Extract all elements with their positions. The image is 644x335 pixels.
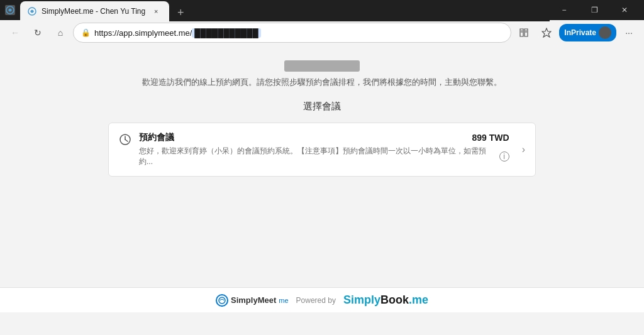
- profile-name-bar: [284, 60, 360, 72]
- reader-mode-button[interactable]: [514, 23, 534, 43]
- reader-icon: [519, 28, 529, 38]
- page-content: 歡迎造訪我們的線上預約網頁。請您按照步驟預約會議排程，我們將根據您的時間，主動與…: [0, 45, 644, 287]
- meeting-title: 預約會議: [139, 132, 174, 143]
- svg-point-9: [219, 297, 225, 304]
- meeting-price: 899 TWD: [472, 133, 509, 143]
- footer: SimplyMeetme Powered by SimplyBook.me: [0, 287, 644, 312]
- info-icon[interactable]: i: [499, 151, 509, 162]
- tab-bar: SimplyMeet.me - Chen Yu Ting × +: [20, 0, 550, 21]
- simplymeet-icon: [218, 296, 226, 305]
- tab-close-button[interactable]: ×: [150, 6, 162, 17]
- nav-bar: ← ↻ ⌂ 🔒 https://app.simplymeet.me/██████…: [0, 20, 644, 45]
- main-area: 歡迎造訪我們的線上預約網頁。請您按照步驟預約會議排程，我們將根據您的時間，主動與…: [0, 45, 644, 287]
- back-icon: ←: [11, 28, 19, 38]
- home-icon: ⌂: [58, 28, 63, 38]
- home-button[interactable]: ⌂: [50, 23, 70, 43]
- profile-subtitle: 歡迎造訪我們的線上預約網頁。請您按照步驟預約會議排程，我們將根據您的時間，主動與…: [142, 77, 502, 88]
- address-text: https://app.simplymeet.me/███████████: [94, 28, 503, 38]
- favorites-button[interactable]: [536, 23, 557, 43]
- browser-icon: [5, 5, 15, 15]
- active-tab[interactable]: SimplyMeet.me - Chen Yu Ting ×: [20, 1, 169, 21]
- minimize-button[interactable]: −: [550, 0, 579, 20]
- simplymeet-label: SimplyMeet: [231, 295, 276, 305]
- new-tab-button[interactable]: +: [172, 4, 189, 21]
- window-controls: − ❐ ✕: [550, 0, 639, 20]
- star-icon: [541, 28, 552, 38]
- more-button[interactable]: ···: [619, 23, 639, 43]
- meeting-info: 預約會議 899 TWD 您好，歡迎來到育婷（小呆）的會議預約系統。【注意事項】…: [139, 132, 509, 167]
- logo-circle: [216, 294, 228, 307]
- profile-section: 歡迎造訪我們的線上預約網頁。請您按照步驟預約會議排程，我們將根據您的時間，主動與…: [142, 60, 502, 88]
- maximize-button[interactable]: ❐: [580, 0, 609, 20]
- simplymeet-me-label: me: [279, 297, 288, 304]
- address-highlight: ███████████: [192, 28, 260, 38]
- powered-by-text: Powered by: [296, 296, 336, 305]
- simplybook-brand: SimplyBook.me: [343, 294, 428, 307]
- simplybook-simply: Simply: [343, 294, 380, 306]
- clock-icon: [119, 133, 131, 149]
- section-title: 選擇會議: [303, 101, 341, 113]
- inprivate-badge[interactable]: InPrivate: [559, 24, 616, 41]
- svg-line-8: [125, 140, 128, 141]
- simplybook-me: .me: [409, 294, 428, 306]
- tab-title: SimplyMeet.me - Chen Yu Ting: [42, 7, 145, 16]
- back-button[interactable]: ←: [5, 23, 25, 43]
- close-button[interactable]: ✕: [610, 0, 639, 20]
- meeting-title-row: 預約會議 899 TWD: [139, 132, 509, 143]
- simply-meet-logo: SimplyMeetme: [216, 294, 289, 307]
- more-icon: ···: [625, 28, 633, 38]
- refresh-button[interactable]: ↻: [28, 23, 48, 43]
- title-bar: SimplyMeet.me - Chen Yu Ting × + − ❐ ✕: [0, 0, 644, 20]
- refresh-icon: ↻: [34, 28, 42, 38]
- user-avatar: [599, 26, 611, 39]
- meeting-description: 您好，歡迎來到育婷（小呆）的會議預約系統。【注意事項】預約會議時間一次以一小時為…: [139, 146, 494, 167]
- simplybook-book: Book: [380, 294, 409, 306]
- nav-actions: InPrivate ···: [514, 23, 639, 43]
- lock-icon: 🔒: [81, 28, 91, 37]
- chevron-right-icon: ›: [522, 144, 525, 155]
- inprivate-label: InPrivate: [564, 28, 596, 37]
- address-bar[interactable]: 🔒 https://app.simplymeet.me/███████████: [73, 23, 511, 43]
- tab-favicon: [28, 7, 36, 16]
- meeting-card[interactable]: 預約會議 899 TWD 您好，歡迎來到育婷（小呆）的會議預約系統。【注意事項】…: [108, 123, 536, 177]
